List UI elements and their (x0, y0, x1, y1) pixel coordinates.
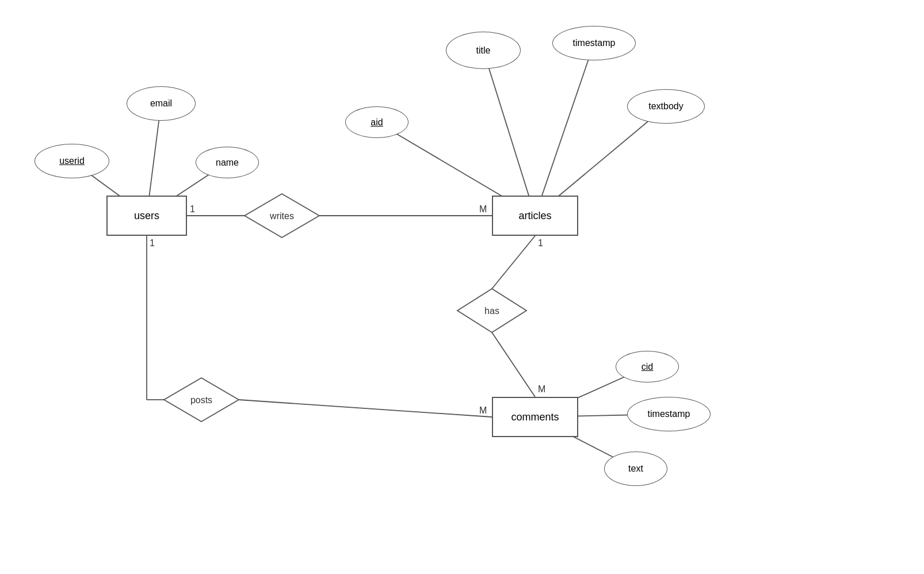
attribute-title: title (446, 32, 521, 69)
svg-line-16 (492, 236, 535, 289)
svg-text:M: M (479, 405, 487, 415)
svg-line-17 (492, 332, 535, 397)
attribute-email: email (127, 86, 196, 121)
svg-text:M: M (479, 204, 487, 214)
entity-comments: comments (492, 397, 578, 437)
svg-text:M: M (538, 384, 545, 394)
attribute-name: name (196, 147, 259, 178)
svg-text:has: has (484, 306, 499, 316)
svg-text:1: 1 (150, 238, 155, 248)
attribute-timestamp_c: timestamp (627, 397, 711, 431)
svg-line-4 (483, 51, 535, 216)
svg-text:1: 1 (190, 204, 195, 214)
svg-line-5 (535, 43, 594, 216)
attribute-timestamp_a: timestamp (552, 26, 636, 60)
svg-text:posts: posts (190, 395, 212, 405)
attribute-cid: cid (616, 351, 679, 382)
er-diagram: writes1Mhas1Mposts1M usersarticlescommen… (0, 0, 924, 574)
attribute-aid: aid (345, 106, 408, 138)
attribute-text: text (604, 451, 667, 486)
attribute-textbody: textbody (627, 89, 705, 124)
svg-line-24 (239, 400, 492, 417)
svg-text:writes: writes (269, 211, 294, 221)
entity-articles: articles (492, 196, 578, 236)
entity-users: users (106, 196, 187, 236)
svg-text:1: 1 (538, 238, 543, 248)
attribute-userid: userid (35, 144, 109, 178)
er-connections: writes1Mhas1Mposts1M (0, 0, 924, 574)
